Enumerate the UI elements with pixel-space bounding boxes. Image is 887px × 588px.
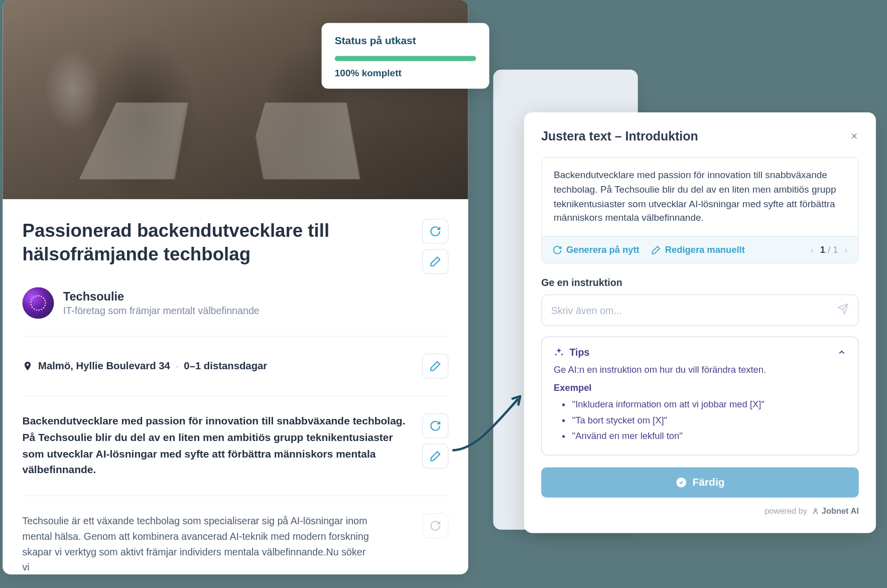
edit-manually-link[interactable]: Redigera manuellt — [651, 244, 745, 255]
tips-example-item: "Ta bort stycket om [X]" — [572, 413, 846, 427]
done-button[interactable]: Färdig — [541, 468, 859, 498]
tips-examples-list: "Inkludera information om att vi jobbar … — [554, 398, 846, 443]
edit-intro-button[interactable] — [422, 444, 448, 469]
divider — [23, 396, 449, 396]
divider — [23, 496, 449, 496]
company-logo — [23, 287, 54, 319]
powered-by: powered by Jobnet AI — [541, 507, 859, 516]
status-percent-label: 100% komplett — [335, 68, 476, 78]
job-location: Malmö, Hyllie Boulevard 34 · 0–1 distans… — [23, 360, 268, 372]
draft-status-card: Status på utkast 100% komplett — [322, 23, 489, 89]
check-circle-icon — [675, 477, 687, 489]
instruction-label: Ge en instruktion — [541, 277, 859, 288]
regenerate-description-button[interactable] — [422, 513, 448, 538]
map-pin-icon — [23, 361, 33, 371]
status-title: Status på utkast — [335, 35, 476, 47]
status-progress-fill — [335, 56, 476, 61]
send-icon — [837, 303, 849, 315]
company-name: Techsoulie — [63, 290, 260, 304]
divider — [23, 336, 449, 336]
pager-prev[interactable]: ‹ — [810, 244, 813, 255]
tips-body-text: Ge AI:n en instruktion om hur du vill fö… — [554, 364, 766, 375]
company-tagline: IT-företag som främjar mentalt välbefinn… — [63, 305, 260, 316]
tips-box: Tips Ge AI:n en instruktion om hur du vi… — [541, 337, 859, 456]
edit-location-button[interactable] — [422, 354, 448, 379]
tips-examples-label: Exempel — [554, 381, 846, 395]
generated-text-box: Backendutvecklare med passion för innova… — [541, 157, 859, 263]
regenerate-title-button[interactable] — [422, 219, 448, 244]
regenerate-intro-button[interactable] — [422, 413, 448, 438]
refresh-icon — [429, 225, 441, 237]
refresh-icon — [552, 245, 562, 255]
sparkles-icon — [554, 347, 564, 357]
generation-pager: ‹ 1 / 1 › — [810, 244, 847, 255]
ai-adjust-text-panel: Justera text – Introduktion Backendutvec… — [524, 112, 876, 533]
edit-title-button[interactable] — [422, 249, 448, 274]
job-title: Passionerad backendutvecklare till hälso… — [23, 219, 412, 266]
generated-text: Backendutvecklare med passion för innova… — [542, 158, 858, 236]
refresh-icon — [429, 420, 441, 432]
status-progress-bar — [335, 56, 476, 61]
tips-example-item: "Använd en mer lekfull ton" — [572, 429, 846, 443]
send-button[interactable] — [837, 303, 849, 318]
close-icon — [850, 131, 859, 140]
svg-point-1 — [814, 509, 816, 511]
pencil-icon — [429, 450, 441, 462]
close-button[interactable] — [850, 130, 859, 144]
pencil-icon — [651, 245, 661, 255]
tips-toggle[interactable]: Tips — [554, 346, 846, 357]
regenerate-link[interactable]: Generera på nytt — [552, 244, 639, 255]
instruction-input[interactable] — [551, 305, 837, 316]
pencil-icon — [429, 256, 441, 268]
pencil-icon — [429, 360, 441, 372]
pager-next[interactable]: › — [844, 244, 847, 255]
job-description-text: Techsoulie är ett växande techbolag som … — [23, 513, 412, 574]
refresh-icon — [429, 520, 441, 532]
job-intro-text: Backendutvecklare med passion för innova… — [23, 413, 412, 479]
tips-example-item: "Inkludera information om att vi jobbar … — [572, 398, 846, 412]
chevron-up-icon — [837, 347, 846, 356]
instruction-input-wrap[interactable] — [541, 295, 859, 326]
jobnet-logo-icon — [811, 508, 819, 516]
ai-panel-title: Justera text – Introduktion — [541, 129, 698, 144]
